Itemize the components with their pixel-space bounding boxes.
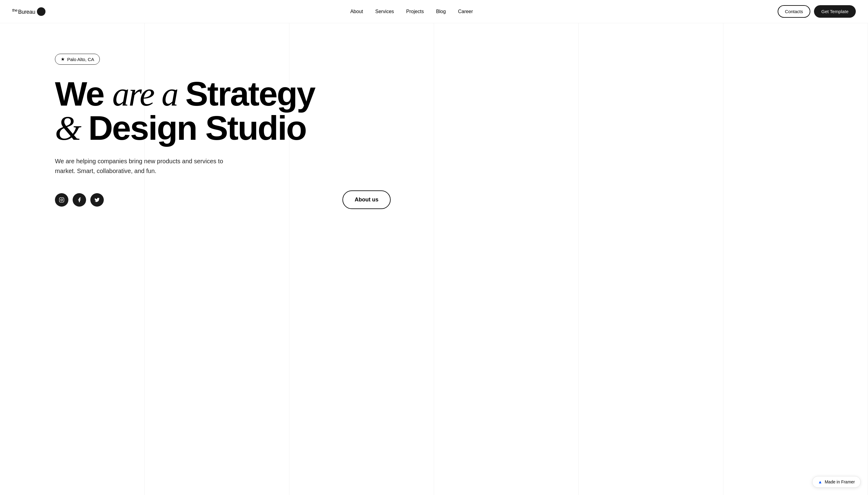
logo[interactable]: theBureau bbox=[12, 7, 46, 16]
svg-point-2 bbox=[63, 198, 63, 199]
twitter-link[interactable] bbox=[90, 193, 104, 207]
nav-links: About Services Projects Blog Career bbox=[351, 9, 473, 14]
nav-item-projects[interactable]: Projects bbox=[406, 9, 424, 14]
facebook-link[interactable] bbox=[73, 193, 86, 207]
nav-item-about[interactable]: About bbox=[351, 9, 363, 14]
hero-content: ★ Palo Alto, CA We are a Strategy & Desi… bbox=[0, 41, 868, 227]
location-text: Palo Alto, CA bbox=[67, 57, 94, 62]
nav-item-services[interactable]: Services bbox=[375, 9, 394, 14]
hero-headline: We are a Strategy & Design Studio bbox=[55, 77, 391, 145]
headline-design-studio: Design Studio bbox=[88, 109, 306, 147]
framer-badge[interactable]: ▲ Made in Framer bbox=[812, 476, 861, 488]
instagram-icon bbox=[59, 197, 64, 203]
location-star-icon: ★ bbox=[61, 56, 65, 62]
hero-section: ★ Palo Alto, CA We are a Strategy & Desi… bbox=[0, 23, 868, 495]
location-badge: ★ Palo Alto, CA bbox=[55, 54, 100, 65]
hero-subtitle: We are helping companies bring new produ… bbox=[55, 156, 238, 176]
svg-rect-0 bbox=[59, 198, 64, 202]
headline-strategy: Strategy bbox=[185, 75, 315, 113]
instagram-link[interactable] bbox=[55, 193, 68, 207]
twitter-icon bbox=[94, 197, 100, 203]
logo-prefix: the bbox=[12, 8, 17, 13]
nav-actions: Contacts Get Template bbox=[778, 5, 856, 18]
framer-badge-label: Made in Framer bbox=[825, 479, 855, 484]
framer-icon: ▲ bbox=[818, 479, 822, 484]
contacts-button[interactable]: Contacts bbox=[778, 5, 810, 18]
get-template-button[interactable]: Get Template bbox=[814, 5, 856, 18]
headline-ampersand: & bbox=[55, 109, 88, 147]
navbar: theBureau About Services Projects Blog C… bbox=[0, 0, 868, 23]
facebook-icon bbox=[76, 197, 82, 203]
hero-footer: About us bbox=[55, 190, 391, 209]
headline-are: are a bbox=[112, 75, 185, 113]
nav-item-blog[interactable]: Blog bbox=[436, 9, 446, 14]
svg-point-1 bbox=[61, 199, 63, 201]
headline-we: We bbox=[55, 75, 112, 113]
logo-name: Bureau bbox=[18, 9, 35, 15]
social-icons bbox=[55, 193, 104, 207]
logo-dot-icon bbox=[37, 7, 46, 16]
about-us-button[interactable]: About us bbox=[342, 190, 391, 209]
nav-item-career[interactable]: Career bbox=[458, 9, 473, 14]
